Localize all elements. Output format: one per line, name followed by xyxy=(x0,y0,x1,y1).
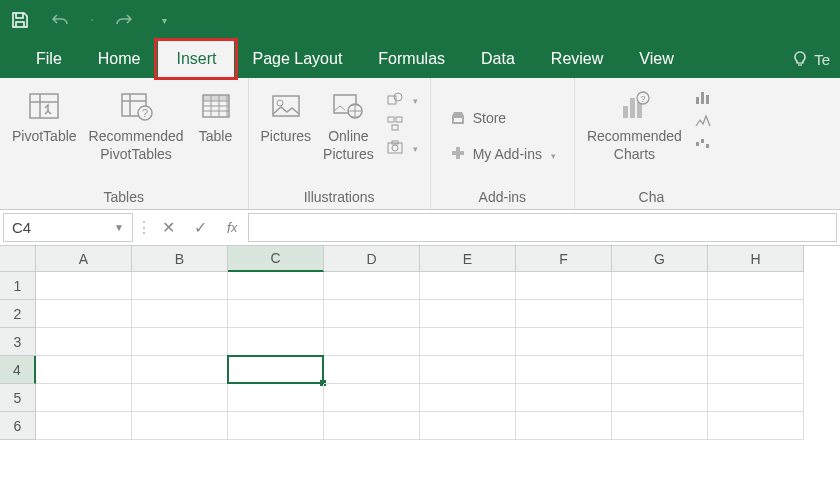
tab-insert-label: Insert xyxy=(176,50,216,68)
online-pictures-button[interactable]: Online Pictures xyxy=(319,84,378,187)
cell[interactable] xyxy=(36,384,132,412)
svg-rect-12 xyxy=(388,117,394,122)
cell[interactable] xyxy=(612,356,708,384)
cell[interactable] xyxy=(132,272,228,300)
enter-formula-button[interactable]: ✓ xyxy=(184,210,216,245)
cell[interactable] xyxy=(516,272,612,300)
column-header[interactable]: D xyxy=(324,246,420,272)
row-header[interactable]: 5 xyxy=(0,384,36,412)
redo-icon[interactable] xyxy=(114,10,134,30)
column-header[interactable]: F xyxy=(516,246,612,272)
select-all-corner[interactable] xyxy=(0,246,36,272)
column-header[interactable]: B xyxy=(132,246,228,272)
column-header[interactable]: H xyxy=(708,246,804,272)
recommended-pivottables-button[interactable]: ? Recommended PivotTables xyxy=(85,84,188,187)
cell[interactable] xyxy=(324,412,420,440)
cell[interactable] xyxy=(132,328,228,356)
waterfall-chart-button[interactable] xyxy=(690,134,720,156)
hierarchy-chart-button[interactable] xyxy=(690,110,720,132)
shapes-button[interactable] xyxy=(382,88,422,110)
cell[interactable] xyxy=(36,300,132,328)
pictures-button[interactable]: Pictures xyxy=(257,84,316,187)
save-icon[interactable] xyxy=(10,10,30,30)
cell[interactable] xyxy=(612,328,708,356)
tab-page-layout[interactable]: Page Layout xyxy=(234,40,360,78)
cell[interactable] xyxy=(708,412,804,440)
cell[interactable] xyxy=(420,300,516,328)
tell-me-search[interactable]: Te xyxy=(782,40,840,78)
cell[interactable] xyxy=(708,300,804,328)
cell[interactable] xyxy=(420,384,516,412)
row-header[interactable]: 3 xyxy=(0,328,36,356)
cell[interactable] xyxy=(132,384,228,412)
cell[interactable] xyxy=(516,384,612,412)
row-header[interactable]: 4 xyxy=(0,356,36,384)
cell[interactable] xyxy=(516,328,612,356)
name-box[interactable]: C4 ▼ xyxy=(3,213,133,242)
row-header[interactable]: 2 xyxy=(0,300,36,328)
name-box-value: C4 xyxy=(12,219,31,236)
cell[interactable] xyxy=(36,272,132,300)
cell[interactable] xyxy=(612,412,708,440)
cell[interactable] xyxy=(516,356,612,384)
cell[interactable] xyxy=(228,356,324,384)
cell[interactable] xyxy=(36,328,132,356)
cell[interactable] xyxy=(324,384,420,412)
row-header[interactable]: 6 xyxy=(0,412,36,440)
tab-home[interactable]: Home xyxy=(80,40,159,78)
cell[interactable] xyxy=(228,412,324,440)
smartart-button[interactable] xyxy=(382,112,422,134)
cell[interactable] xyxy=(324,300,420,328)
tab-insert[interactable]: Insert xyxy=(158,40,234,78)
cell[interactable] xyxy=(420,328,516,356)
recommended-charts-button[interactable]: ? Recommended Charts xyxy=(583,84,686,187)
formula-input[interactable] xyxy=(248,213,837,242)
cell[interactable] xyxy=(324,328,420,356)
column-header[interactable]: G xyxy=(612,246,708,272)
cell[interactable] xyxy=(324,272,420,300)
cancel-formula-button[interactable]: ✕ xyxy=(152,210,184,245)
cell[interactable] xyxy=(132,356,228,384)
store-button[interactable]: Store xyxy=(445,107,560,129)
column-chart-button[interactable] xyxy=(690,86,720,108)
tab-view[interactable]: View xyxy=(621,40,691,78)
cell[interactable] xyxy=(708,272,804,300)
cell[interactable] xyxy=(36,412,132,440)
row-header[interactable]: 1 xyxy=(0,272,36,300)
table-button[interactable]: Table xyxy=(192,84,240,187)
screenshot-button[interactable] xyxy=(382,136,422,158)
pivottable-button[interactable]: PivotTable xyxy=(8,84,81,187)
chevron-down-icon[interactable]: ▼ xyxy=(114,222,124,233)
cell[interactable] xyxy=(36,356,132,384)
cell[interactable] xyxy=(132,412,228,440)
tab-data[interactable]: Data xyxy=(463,40,533,78)
cell[interactable] xyxy=(420,356,516,384)
cell[interactable] xyxy=(228,300,324,328)
cell[interactable] xyxy=(420,412,516,440)
cell[interactable] xyxy=(516,412,612,440)
cell[interactable] xyxy=(228,328,324,356)
cell[interactable] xyxy=(612,300,708,328)
cell[interactable] xyxy=(228,384,324,412)
customize-qat-icon[interactable]: ▾ xyxy=(154,10,174,30)
column-header[interactable]: A xyxy=(36,246,132,272)
cell[interactable] xyxy=(708,328,804,356)
undo-icon[interactable] xyxy=(50,10,70,30)
cell[interactable] xyxy=(324,356,420,384)
column-header[interactable]: E xyxy=(420,246,516,272)
insert-function-button[interactable]: fx xyxy=(216,210,248,245)
tab-formulas[interactable]: Formulas xyxy=(360,40,463,78)
tab-review[interactable]: Review xyxy=(533,40,621,78)
cell[interactable] xyxy=(708,356,804,384)
cell[interactable] xyxy=(132,300,228,328)
cell[interactable] xyxy=(228,272,324,300)
cell[interactable] xyxy=(612,272,708,300)
cell[interactable] xyxy=(420,272,516,300)
my-addins-button[interactable]: My Add-ins xyxy=(445,143,560,165)
column-header[interactable]: C xyxy=(228,246,324,272)
cell[interactable] xyxy=(708,384,804,412)
tab-file[interactable]: File xyxy=(18,40,80,78)
recommended-pivottables-label: Recommended PivotTables xyxy=(89,128,184,163)
cell[interactable] xyxy=(612,384,708,412)
cell[interactable] xyxy=(516,300,612,328)
